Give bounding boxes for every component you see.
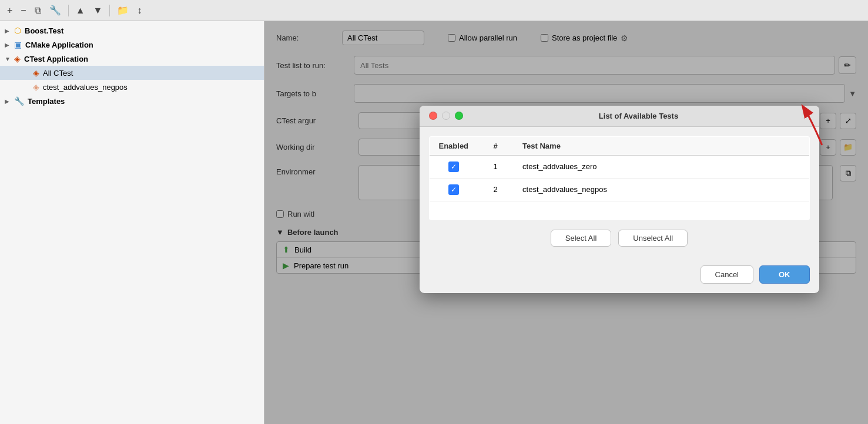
col-header-num: # (478, 136, 513, 155)
col-header-name: Test Name (513, 136, 809, 155)
unselect-all-btn[interactable]: Unselect All (618, 230, 688, 247)
toolbar-sort-btn[interactable]: ↕ (135, 4, 144, 17)
allctest-icon: ◈ (33, 68, 39, 78)
sidebar: ▶ ⬡ Boost.Test ▶ ▣ CMake Application ▼ ◈… (0, 21, 264, 424)
modal-footer: Cancel OK (420, 265, 819, 293)
toolbar-up-btn[interactable]: ▲ (73, 4, 88, 17)
sidebar-item-cmake[interactable]: ▶ ▣ CMake Application (0, 38, 264, 52)
sidebar-item-templates[interactable]: ▶ 🔧 Templates (0, 94, 264, 108)
row2-num: 2 (478, 178, 513, 201)
arrow-icon: ▶ (5, 42, 12, 48)
row1-test-name: ctest_addvalues_zero (513, 155, 809, 178)
col-header-enabled: Enabled (429, 136, 478, 155)
sidebar-item-boost[interactable]: ▶ ⬡ Boost.Test (0, 23, 264, 38)
toolbar-folder-btn[interactable]: 📁 (115, 4, 131, 17)
toolbar-down-btn[interactable]: ▼ (91, 4, 105, 17)
modal-action-buttons: Select All Unselect All (429, 230, 810, 247)
cancel-btn[interactable]: Cancel (701, 265, 753, 284)
toolbar-copy-btn[interactable]: ⧉ (32, 4, 43, 17)
traffic-light-minimize[interactable] (442, 112, 450, 120)
sidebar-item-label: CMake Application (25, 41, 93, 49)
toolbar: + − ⧉ 🔧 ▲ ▼ 📁 ↕ (0, 0, 868, 21)
table-row: ✓ 2 ctest_addvalues_negpos (429, 178, 809, 201)
row2-test-name: ctest_addvalues_negpos (513, 178, 809, 201)
toolbar-separator2 (109, 5, 110, 16)
toolbar-remove-btn[interactable]: − (18, 4, 28, 17)
arrow-icon: ▶ (5, 28, 12, 34)
ctest-icon: ◈ (14, 54, 21, 63)
row1-num: 1 (478, 155, 513, 178)
table-empty-row (429, 201, 809, 220)
arrow-icon: ▶ (5, 98, 12, 105)
arrow-icon: ▼ (5, 56, 12, 62)
sidebar-item-label: All CTest (43, 69, 73, 78)
ctest-neg-icon: ◈ (33, 82, 39, 92)
select-all-btn[interactable]: Select All (551, 230, 611, 247)
row1-enabled-checkbox[interactable]: ✓ (448, 161, 459, 172)
sidebar-item-label: Boost.Test (25, 26, 63, 35)
sidebar-item-label: Templates (28, 97, 65, 106)
toolbar-settings-btn[interactable]: 🔧 (47, 4, 63, 17)
sidebar-item-label: ctest_addvalues_negpos (43, 83, 128, 92)
modal-dialog: List of Available Tests Enabled # Test N… (420, 106, 819, 293)
row2-enabled-checkbox[interactable]: ✓ (448, 184, 459, 195)
toolbar-separator (68, 5, 69, 16)
boost-icon: ⬡ (14, 26, 21, 35)
main-layout: ▶ ⬡ Boost.Test ▶ ▣ CMake Application ▼ ◈… (0, 21, 868, 424)
cmake-icon: ▣ (14, 40, 22, 49)
modal-overlay: List of Available Tests Enabled # Test N… (264, 21, 868, 424)
sidebar-item-label: CTest Application (24, 55, 88, 63)
table-row: ✓ 1 ctest_addvalues_zero (429, 155, 809, 178)
test-table: Enabled # Test Name ✓ 1 ctes (429, 136, 810, 220)
modal-body: Enabled # Test Name ✓ 1 ctes (420, 127, 819, 265)
template-icon: 🔧 (14, 96, 24, 106)
ok-btn[interactable]: OK (759, 265, 810, 284)
modal-titlebar: List of Available Tests (420, 106, 819, 127)
modal-title: List of Available Tests (468, 112, 810, 120)
sidebar-item-ctest[interactable]: ▼ ◈ CTest Application (0, 52, 264, 66)
traffic-light-close[interactable] (429, 112, 437, 120)
sidebar-item-ctest-neg[interactable]: ▶ ◈ ctest_addvalues_negpos (0, 80, 264, 94)
sidebar-item-allctest[interactable]: ▶ ◈ All CTest (0, 66, 264, 80)
right-panel: Name: Allow parallel run Store as projec… (264, 21, 868, 424)
toolbar-add-btn[interactable]: + (5, 4, 15, 17)
traffic-light-maximize[interactable] (455, 112, 463, 120)
